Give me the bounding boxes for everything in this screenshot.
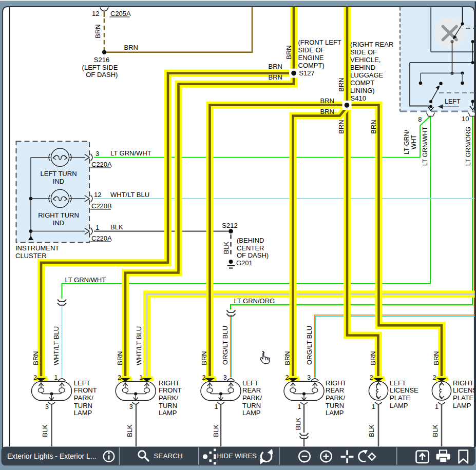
- svg-text:G201: G201: [236, 259, 253, 267]
- svg-text:LEFT: LEFT: [390, 379, 406, 387]
- svg-text:2: 2: [33, 374, 37, 381]
- svg-text:RIGHT: RIGHT: [159, 379, 180, 387]
- svg-text:C220A: C220A: [91, 161, 112, 168]
- svg-text:BLK: BLK: [368, 424, 375, 437]
- svg-text:FRONT: FRONT: [159, 386, 182, 394]
- svg-text:1: 1: [54, 374, 58, 381]
- svg-text:S410: S410: [351, 94, 366, 102]
- svg-text:LT GRN/WHT: LT GRN/WHT: [65, 276, 106, 284]
- svg-text:S127: S127: [299, 69, 314, 77]
- svg-text:BRN: BRN: [200, 351, 208, 365]
- svg-text:SIDE OF: SIDE OF: [350, 48, 377, 56]
- svg-text:C205A: C205A: [110, 10, 131, 17]
- svg-text:CENTER: CENTER: [237, 244, 264, 252]
- svg-text:LAMP: LAMP: [390, 402, 408, 409]
- svg-text:LT GRN/ORG: LT GRN/ORG: [234, 297, 275, 305]
- svg-text:BLK: BLK: [212, 424, 220, 437]
- svg-text:BRN: BRN: [337, 77, 345, 91]
- svg-text:WHT/LT BLU: WHT/LT BLU: [110, 191, 149, 199]
- svg-text:(LEFT SIDE: (LEFT SIDE: [82, 64, 118, 71]
- svg-text:LAMP: LAMP: [159, 409, 177, 417]
- svg-text:S212: S212: [222, 222, 237, 229]
- svg-text:3: 3: [96, 150, 99, 158]
- svg-text:TURN: TURN: [74, 402, 92, 409]
- svg-text:8: 8: [418, 115, 422, 123]
- svg-text:TURN: TURN: [326, 402, 344, 409]
- svg-text:FRONT: FRONT: [74, 386, 97, 394]
- svg-text:RIGHT TURN: RIGHT TURN: [38, 211, 79, 219]
- svg-text:LEFT: LEFT: [242, 379, 259, 387]
- svg-text:LT GRN/ORG: LT GRN/ORG: [465, 127, 472, 166]
- svg-text:(FRONT LEFT: (FRONT LEFT: [298, 38, 341, 46]
- svg-text:12: 12: [94, 191, 101, 199]
- svg-text:BRN: BRN: [320, 97, 334, 105]
- svg-text:BRN: BRN: [369, 351, 377, 365]
- svg-text:BRN: BRN: [370, 120, 377, 133]
- svg-text:RIGHT: RIGHT: [326, 379, 347, 387]
- svg-text:10: 10: [462, 115, 469, 123]
- svg-text:INSTRUMENT: INSTRUMENT: [15, 244, 59, 252]
- svg-text:PARK/: PARK/: [242, 394, 262, 402]
- svg-text:WHT/LT BLU: WHT/LT BLU: [135, 326, 143, 365]
- svg-text:BLK: BLK: [126, 424, 134, 437]
- svg-text:BRN: BRN: [285, 45, 293, 59]
- svg-text:VEHICLE,: VEHICLE,: [350, 56, 380, 64]
- svg-text:LT GRN/: LT GRN/: [403, 129, 410, 154]
- svg-text:LT GRN/WHT: LT GRN/WHT: [110, 149, 151, 157]
- svg-text:LAMP: LAMP: [74, 409, 92, 417]
- svg-text:BRN: BRN: [124, 44, 138, 51]
- svg-text:LEFT TURN: LEFT TURN: [40, 170, 77, 178]
- svg-text:BLK: BLK: [41, 424, 49, 437]
- svg-text:C220B: C220B: [91, 202, 112, 210]
- svg-text:3: 3: [45, 403, 49, 410]
- svg-text:BRN: BRN: [320, 108, 334, 115]
- svg-text:BLK: BLK: [222, 241, 230, 254]
- svg-text:12: 12: [92, 10, 99, 17]
- svg-text:PLATE: PLATE: [453, 394, 474, 402]
- svg-text:2: 2: [370, 374, 373, 381]
- svg-text:S216: S216: [94, 56, 109, 64]
- svg-text:1: 1: [139, 374, 143, 381]
- svg-text:COMPT): COMPT): [298, 62, 325, 69]
- svg-text:PLATE: PLATE: [390, 394, 411, 402]
- svg-text:3: 3: [223, 374, 227, 381]
- svg-text:BLK: BLK: [431, 424, 439, 437]
- svg-text:BRN: BRN: [337, 120, 345, 133]
- svg-text:BRN: BRN: [94, 24, 102, 38]
- svg-text:OF DASH): OF DASH): [237, 251, 269, 259]
- svg-text:3: 3: [129, 403, 133, 410]
- svg-text:LAMP: LAMP: [453, 402, 471, 409]
- svg-text:3: 3: [307, 374, 311, 381]
- svg-text:RIGHT: RIGHT: [453, 379, 474, 387]
- svg-text:BRN: BRN: [269, 73, 282, 81]
- svg-text:BEHIND: BEHIND: [350, 64, 375, 71]
- svg-text:BRN: BRN: [283, 351, 291, 365]
- svg-text:BRN: BRN: [432, 351, 440, 365]
- svg-text:REAR: REAR: [242, 386, 261, 394]
- svg-text:2: 2: [285, 374, 289, 381]
- svg-text:C220A: C220A: [91, 234, 112, 242]
- svg-text:LICENSE: LICENSE: [390, 386, 418, 394]
- svg-text:LAMP: LAMP: [242, 409, 260, 417]
- svg-text:(BEHIND: (BEHIND: [237, 237, 264, 244]
- svg-text:ORG/LT BLU: ORG/LT BLU: [221, 326, 229, 365]
- svg-text:COMPT: COMPT: [350, 79, 374, 87]
- svg-text:LINING): LINING): [350, 87, 375, 94]
- svg-text:PARK/: PARK/: [159, 394, 178, 402]
- svg-text:LAMP: LAMP: [326, 409, 344, 417]
- svg-text:LUGGAGE: LUGGAGE: [350, 71, 384, 79]
- svg-text:CLUSTER: CLUSTER: [15, 252, 47, 260]
- svg-text:ORG/LT BLU: ORG/LT BLU: [306, 326, 313, 365]
- svg-text:HIDE WIRES: HIDE WIRES: [217, 452, 257, 460]
- svg-text:TURN: TURN: [159, 402, 177, 409]
- svg-text:1: 1: [215, 403, 218, 410]
- svg-text:(RIGHT REAR: (RIGHT REAR: [350, 41, 393, 48]
- svg-text:IND: IND: [53, 219, 64, 227]
- svg-text:LICENSE: LICENSE: [453, 386, 476, 394]
- svg-text:Exterior Lights - Exterior L..: Exterior Lights - Exterior L...: [7, 452, 97, 460]
- svg-text:ENGINE: ENGINE: [298, 54, 324, 62]
- svg-text:BRN: BRN: [116, 351, 124, 365]
- svg-text:IND: IND: [53, 178, 64, 185]
- svg-text:2: 2: [433, 374, 436, 381]
- svg-text:PARK/: PARK/: [74, 394, 93, 402]
